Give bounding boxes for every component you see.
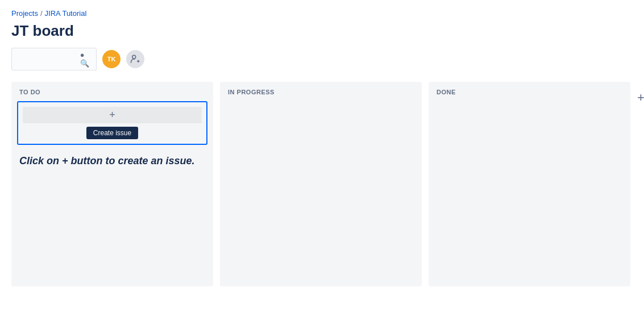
board-area: TO DO + Create issue Click on + button t… xyxy=(11,82,633,320)
column-done-header: DONE xyxy=(434,88,625,97)
breadcrumb: Projects / JIRA Tutorial xyxy=(11,9,633,18)
column-todo: TO DO + Create issue Click on + button t… xyxy=(11,82,213,286)
avatar-add-member[interactable] xyxy=(126,50,144,68)
add-column-button[interactable]: + xyxy=(637,88,644,108)
page-title: JT board xyxy=(11,22,633,40)
search-icon[interactable]: ●🔍 xyxy=(80,51,92,68)
plus-button[interactable]: + xyxy=(23,107,202,123)
avatar-tk[interactable]: TK xyxy=(102,50,121,68)
column-in-progress: IN PROGRESS xyxy=(220,82,422,286)
breadcrumb-projects[interactable]: Projects xyxy=(11,9,38,18)
create-issue-button[interactable]: Create issue xyxy=(86,127,138,139)
helper-text: Click on + button to create an issue. xyxy=(17,152,207,170)
avatar-tk-initials: TK xyxy=(107,56,116,63)
column-in-progress-header: IN PROGRESS xyxy=(226,88,416,97)
column-todo-header: TO DO xyxy=(17,88,207,97)
search-box[interactable]: ●🔍 xyxy=(11,48,97,70)
toolbar: ●🔍 TK xyxy=(11,48,633,70)
breadcrumb-separator: / xyxy=(40,9,43,18)
svg-point-0 xyxy=(132,55,136,59)
search-input[interactable] xyxy=(16,55,80,64)
page-container: Projects / JIRA Tutorial JT board ●🔍 TK … xyxy=(0,0,644,325)
create-issue-box[interactable]: + Create issue xyxy=(17,101,207,145)
breadcrumb-tutorial[interactable]: JIRA Tutorial xyxy=(45,9,87,18)
column-done: DONE xyxy=(429,82,630,286)
